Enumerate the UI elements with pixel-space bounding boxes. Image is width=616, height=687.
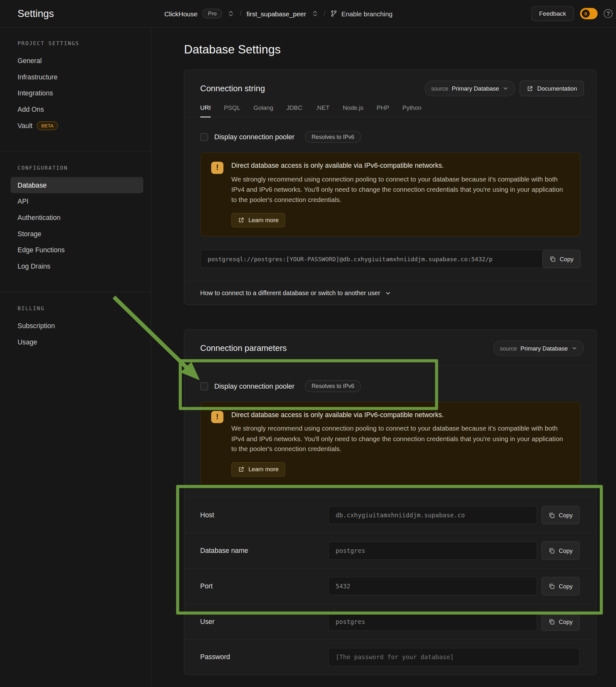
section-title: PROJECT SETTINGS [18,40,151,46]
chevron-down-icon [503,86,509,92]
copy-icon [549,619,555,625]
sidebar-item-vault[interactable]: Vault BETA [0,117,151,134]
resolves-to-ipv6-badge: Resolves to IPv6 [305,131,361,143]
sidebar-item-label: API [18,193,28,209]
sidebar-item-label: Subscription [18,317,55,334]
password-row: Password [The password for your database… [184,639,596,675]
avatar-badge: 0 [582,9,590,18]
password-label: Password [200,653,328,661]
tab-python[interactable]: Python [402,104,422,117]
sidebar-item-integrations[interactable]: Integrations [0,85,151,101]
tab-nodejs[interactable]: Node.js [343,104,364,117]
tab-php[interactable]: PHP [376,104,389,117]
disclosure-label: How to connect to a different database o… [200,290,380,297]
copy-uri-button[interactable]: Copy [543,250,580,268]
copy-label: Copy [559,583,572,590]
sidebar-item-infrastructure[interactable]: Infrastructure [0,69,151,85]
sidebar-item-label: General [18,52,42,69]
database-name-field[interactable]: postgres [328,542,537,560]
sidebar-item-authentication[interactable]: Authentication [0,209,151,226]
database-name-label: Database name [200,547,328,555]
sidebar-section-billing: BILLING Subscription Usage [0,292,151,368]
external-link-icon [238,217,245,223]
port-field[interactable]: 5432 [328,577,537,595]
source-select[interactable]: source Primary Database [493,340,584,356]
feedback-button[interactable]: Feedback [531,6,574,21]
alert-icon: ! [211,411,223,423]
sidebar-section-configuration: CONFIGURATION Database API Authenticatio… [0,151,151,292]
copy-port-button[interactable]: Copy [542,577,579,595]
sidebar-item-edge-functions[interactable]: Edge Functions [0,242,151,258]
documentation-label: Documentation [537,85,577,92]
sidebar-item-add-ons[interactable]: Add Ons [0,101,151,117]
sidebar-item-label: Add Ons [18,101,44,117]
sidebar-item-log-drains[interactable]: Log Drains [0,258,151,274]
copy-host-button[interactable]: Copy [542,506,579,524]
chevron-down-icon [384,290,391,296]
learn-more-label: Learn more [248,466,279,473]
sidebar-item-database[interactable]: Database [10,177,144,193]
sidebar-item-subscription[interactable]: Subscription [0,317,151,334]
alert-icon: ! [211,162,223,174]
display-connection-pooler-checkbox[interactable] [200,133,208,141]
top-header: Settings ClickHouse Pro / first_supabase… [0,0,616,27]
host-field[interactable]: db.cxhygiuitamxhniiddjm.supabase.co [328,506,537,524]
tab-golang[interactable]: Golang [254,104,273,117]
documentation-button[interactable]: Documentation [520,81,584,96]
copy-user-button[interactable]: Copy [542,613,579,631]
enable-branching-button[interactable]: Enable branching [330,10,393,17]
source-select[interactable]: source Primary Database [424,81,515,96]
enable-branching-label: Enable branching [341,10,393,17]
copy-database-name-button[interactable]: Copy [542,542,579,560]
sidebar-item-general[interactable]: General [0,52,151,69]
project-selector-chevron-icon[interactable] [311,9,319,18]
sidebar-item-usage[interactable]: Usage [0,334,151,350]
port-row: Port 5432 Copy [184,568,596,604]
learn-more-button[interactable]: Learn more [232,462,285,477]
warning-title: Direct database access is only available… [232,162,569,170]
help-icon[interactable]: ? [604,9,613,18]
copy-icon [549,512,555,518]
sidebar-item-storage[interactable]: Storage [0,226,151,242]
source-label: source [431,85,448,92]
learn-more-label: Learn more [248,217,279,223]
breadcrumb: ClickHouse Pro / first_supabase_peer / E… [151,9,531,18]
org-selector-chevron-icon[interactable] [227,9,235,18]
copy-label: Copy [559,512,572,518]
password-field[interactable]: [The password for your database] [328,648,579,666]
display-connection-pooler-checkbox[interactable] [200,382,208,390]
tab-dotnet[interactable]: .NET [316,104,330,117]
sidebar-section-project-settings: PROJECT SETTINGS General Infrastructure … [0,27,151,151]
connect-different-db-disclosure[interactable]: How to connect to a different database o… [184,281,596,305]
user-label: User [200,618,328,626]
learn-more-button[interactable]: Learn more [232,213,285,227]
connection-uri-field[interactable]: postgresql://postgres:[YOUR-PASSWORD]@db… [200,250,580,268]
section-title: CONFIGURATION [18,165,151,171]
breadcrumb-org[interactable]: ClickHouse [164,10,198,17]
breadcrumb-separator: / [324,9,326,18]
sidebar-item-label: Edge Functions [18,242,65,258]
connection-string-tabs: URI PSQL Golang JDBC .NET Node.js PHP Py… [184,104,596,118]
user-field[interactable]: postgres [328,613,537,631]
copy-label: Copy [559,548,572,554]
user-row: User postgres Copy [184,604,596,639]
tab-uri[interactable]: URI [200,104,211,117]
org-avatar[interactable]: 0 [580,8,598,20]
sidebar-item-label: Integrations [18,85,53,101]
sidebar-item-label: Usage [18,334,37,350]
tab-jdbc[interactable]: JDBC [286,104,302,117]
sidebar-item-label: Infrastructure [18,69,58,85]
app-window: Settings ClickHouse Pro / first_supabase… [0,0,616,687]
connection-parameters-title: Connection parameters [200,344,493,353]
host-label: Host [200,511,328,519]
sidebar-item-api[interactable]: API [0,193,151,209]
copy-icon [550,256,556,263]
tab-psql[interactable]: PSQL [224,104,240,117]
sidebar-item-label: Storage [18,226,41,242]
database-name-row: Database name postgres Copy [184,533,596,568]
breadcrumb-project[interactable]: first_supabase_peer [246,10,306,17]
plan-badge: Pro [202,9,222,18]
source-value: Primary Database [452,85,499,92]
ipv6-warning-banner: ! Direct database access is only availab… [200,402,580,486]
display-connection-pooler-label: Display connection pooler [214,382,294,390]
